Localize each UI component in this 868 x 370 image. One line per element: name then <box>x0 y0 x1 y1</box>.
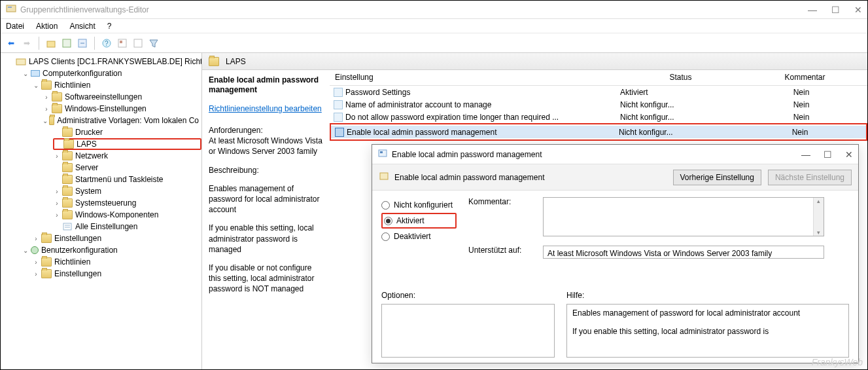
list-row[interactable]: Name of administrator account to manage … <box>330 98 867 111</box>
svg-rect-1 <box>8 7 12 8</box>
help-box: Enables management of password for local… <box>566 304 849 358</box>
svg-text:?: ? <box>105 40 109 47</box>
tree-controlpanel[interactable]: ›Systemsteuerung <box>53 197 201 209</box>
tree-startmenu[interactable]: ›Startmenü und Taskleiste <box>53 174 201 185</box>
tree-policies[interactable]: ⌄Richtlinien <box>32 79 201 91</box>
radio-enabled[interactable]: Aktiviert <box>381 213 457 229</box>
folder-icon <box>62 187 73 196</box>
dialog-close-button[interactable]: ✕ <box>845 149 853 160</box>
folder-icon <box>52 104 62 113</box>
cell: Nein <box>739 100 863 109</box>
help-text-2: If you enable this setting, local admini… <box>572 327 843 336</box>
folder-icon <box>62 163 73 172</box>
label: Systemsteuerung <box>75 198 136 208</box>
tool-button-1[interactable] <box>60 37 73 50</box>
col-setting[interactable]: Einstellung <box>330 70 619 85</box>
cell: Nicht konfigur... <box>615 100 739 109</box>
label: Computerkonfiguration <box>43 69 122 78</box>
tree-computer-config[interactable]: ⌄Computerkonfiguration <box>22 67 201 79</box>
label: Windows-Einstellungen <box>65 104 147 113</box>
tool-button-2[interactable] <box>76 37 89 50</box>
tree-system[interactable]: ›System <box>53 185 201 197</box>
tool-button-3[interactable] <box>116 37 129 50</box>
highlight-row: Enable local admin password management N… <box>330 123 867 141</box>
tree-all-settings[interactable]: ›Alle Einstellungen <box>53 221 201 232</box>
menu-help[interactable]: ? <box>107 22 112 31</box>
back-button[interactable]: ⬅ <box>5 37 18 50</box>
tree-windows-components[interactable]: ›Windows-Komponenten <box>53 209 201 221</box>
desc-p2: If you enable this setting, local admini… <box>209 223 323 255</box>
svg-rect-11 <box>63 223 71 230</box>
dialog-body: Nicht konfiguriert Aktiviert Deaktiviert… <box>372 191 858 287</box>
tree-user-policies[interactable]: ›Richtlinien <box>32 256 201 268</box>
separator <box>39 37 39 50</box>
label: Drucker <box>75 128 103 137</box>
svg-rect-9 <box>134 39 142 47</box>
tool-button-4[interactable] <box>131 37 145 50</box>
col-status[interactable]: Status <box>619 70 743 85</box>
radio-disabled[interactable]: Deaktiviert <box>381 229 457 244</box>
tree-user-config[interactable]: ⌄Benutzerkonfiguration <box>22 244 201 256</box>
tree-windows-settings[interactable]: ›Windows-Einstellungen <box>43 103 201 115</box>
label: Einstellungen <box>54 269 101 278</box>
close-button[interactable]: ✕ <box>854 5 862 15</box>
tree-user-settings[interactable]: ›Einstellungen <box>32 268 201 280</box>
window-title: Gruppenrichtlinienverwaltungs-Editor <box>20 5 808 14</box>
tree-server[interactable]: ›Server <box>53 162 201 174</box>
cell: Nicht konfigur... <box>614 128 738 137</box>
label: Administrative Vorlagen: Vom lokalen Co <box>57 116 199 125</box>
up-button[interactable] <box>44 37 58 50</box>
tree-admin-templates[interactable]: ⌄Administrative Vorlagen: Vom lokalen Co <box>43 115 201 126</box>
tree-root[interactable]: ▾LAPS Clients [DC1.FRANKYSWEBLAB.DE] Ric… <box>11 56 201 67</box>
cell: Nein <box>739 113 863 122</box>
tree-settings[interactable]: ›Einstellungen <box>32 232 201 244</box>
menu-file[interactable]: Datei <box>6 22 24 31</box>
tree-printer[interactable]: ›Drucker <box>53 126 201 138</box>
prev-setting-button[interactable]: Vorherige Einstellung <box>673 170 761 185</box>
svg-rect-2 <box>47 41 55 47</box>
desc-label: Beschreibung: <box>209 165 323 176</box>
list-row-selected[interactable]: Enable local admin password management N… <box>331 126 866 138</box>
label: Server <box>75 163 98 172</box>
label: Netzwerk <box>75 151 108 160</box>
tree-network[interactable]: ›Netzwerk <box>53 150 201 162</box>
menubar: Datei Aktion Ansicht ? <box>1 19 867 33</box>
desc-p3: If you disable or not configure this set… <box>209 263 323 295</box>
list-row[interactable]: Password Settings Aktiviert Nein <box>330 86 867 98</box>
policy-dialog: Enable local admin password management ―… <box>372 144 859 363</box>
scrollbar[interactable]: ▴▾ <box>813 198 824 236</box>
edit-policy-link[interactable]: Richtlinieneinstellung bearbeiten <box>209 104 322 113</box>
radio-not-configured[interactable]: Nicht konfiguriert <box>381 197 457 213</box>
maximize-button[interactable]: ☐ <box>831 5 840 15</box>
col-comment[interactable]: Kommentar <box>743 70 867 85</box>
list-row[interactable]: Do not allow password expiration time lo… <box>330 111 867 123</box>
dialog-maximize-button[interactable]: ☐ <box>824 149 832 160</box>
dialog-minimize-button[interactable]: ― <box>801 149 810 160</box>
label: Benutzerkonfiguration <box>41 246 118 255</box>
folder-icon <box>62 151 73 160</box>
tree-laps[interactable]: ›LAPS <box>53 138 201 150</box>
svg-rect-13 <box>380 151 383 153</box>
folder-icon <box>62 198 73 208</box>
next-setting-button: Nächste Einstellung <box>768 170 852 185</box>
menu-action[interactable]: Aktion <box>36 22 58 31</box>
filter-button[interactable] <box>147 37 160 50</box>
dialog-title: Enable local admin password management <box>392 150 801 159</box>
minimize-button[interactable]: ― <box>808 5 817 15</box>
content-header: LAPS <box>202 53 867 70</box>
comment-textbox[interactable]: ▴▾ <box>543 197 824 236</box>
options-box[interactable] <box>381 304 555 358</box>
help-button[interactable]: ? <box>100 37 113 50</box>
cell: Nein <box>738 128 862 137</box>
toolbar: ⬅ ➡ ? <box>1 33 867 53</box>
desc-p1: Enables management of password for local… <box>209 183 323 215</box>
menu-view[interactable]: Ansicht <box>69 22 95 31</box>
label: Alle Einstellungen <box>75 222 137 231</box>
tree-pane: ▾LAPS Clients [DC1.FRANKYSWEBLAB.DE] Ric… <box>1 53 202 369</box>
radio-icon <box>381 232 390 241</box>
folder-icon <box>41 81 52 90</box>
svg-rect-3 <box>63 39 71 47</box>
setting-icon <box>334 88 343 97</box>
tree-software[interactable]: ›Softwareeinstellungen <box>43 91 201 103</box>
folder-icon <box>63 139 74 149</box>
